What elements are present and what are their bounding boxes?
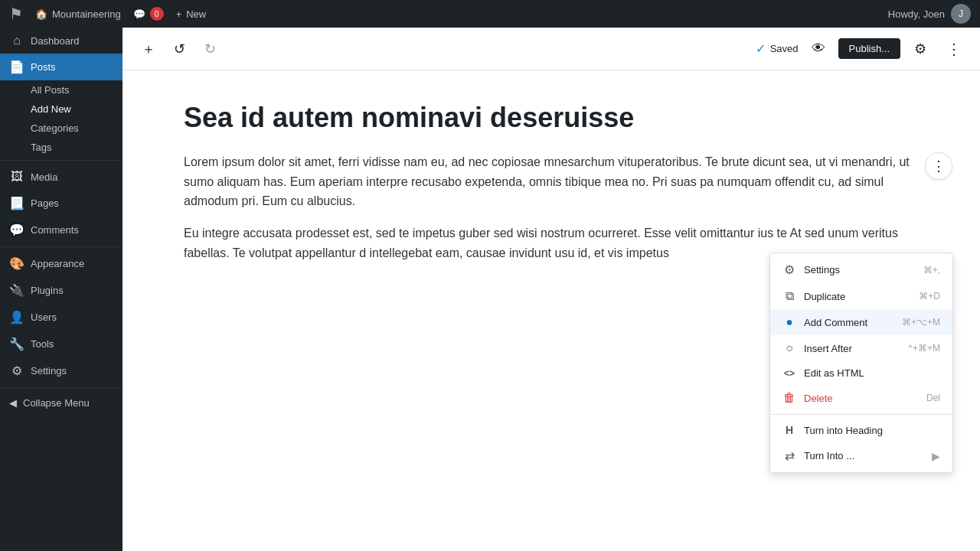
site-name: Mountaineering (52, 8, 121, 20)
duplicate-menu-label: Duplicate (804, 291, 845, 302)
menu-item-edit-html[interactable]: <> Edit as HTML (770, 361, 952, 385)
redo-icon: ↻ (204, 41, 216, 57)
dashboard-icon: ⌂ (9, 34, 24, 47)
undo-icon: ↺ (174, 41, 185, 57)
media-label: Media (31, 171, 57, 183)
sidebar-item-dashboard[interactable]: ⌂ Dashboard (0, 28, 122, 54)
more-options-button[interactable]: ⋮ (940, 35, 968, 63)
view-button[interactable]: 👁 (805, 35, 832, 63)
toolbar-right: ✓ Saved 👁 Publish... ⚙ ⋮ (756, 35, 968, 63)
sidebar-item-users[interactable]: 👤 Users (0, 304, 122, 331)
settings-label: Settings (31, 365, 67, 377)
menu-item-add-comment-left: ● Add Comment (782, 315, 867, 329)
main-layout: ⌂ Dashboard 📄 Posts All Posts Add New Ca… (0, 28, 980, 551)
menu-item-turn-into-heading[interactable]: H Turn into Heading (770, 418, 952, 442)
saved-check-icon: ✓ (756, 41, 766, 56)
add-block-icon: ＋ (142, 40, 155, 58)
sidebar-item-add-new[interactable]: Add New (24, 99, 122, 119)
sidebar-item-tags[interactable]: Tags (24, 138, 122, 157)
collapse-label: Collapse Menu (23, 397, 90, 409)
appearance-icon: 🎨 (9, 256, 24, 271)
comments-icon: 💬 (9, 223, 24, 237)
more-icon: ⋮ (946, 40, 962, 58)
posts-icon: 📄 (9, 60, 24, 74)
home-icon: 🏠 (35, 8, 47, 20)
menu-item-settings[interactable]: ⚙ Settings ⌘+, (770, 256, 952, 283)
pages-icon: 📃 (9, 196, 24, 210)
sidebar-item-all-posts[interactable]: All Posts (24, 80, 122, 99)
turn-into-menu-icon: ⇄ (782, 448, 796, 463)
howdy-text: Howdy, Joen J (888, 4, 971, 24)
comment-icon: 💬 (133, 8, 145, 20)
block-options-button[interactable]: ⋮ (925, 152, 952, 180)
add-new-label: Add New (31, 103, 71, 115)
users-label: Users (31, 311, 57, 323)
menu-item-duplicate-left: ⧉ Duplicate (782, 289, 845, 303)
toolbar-left: ＋ ↺ ↻ (135, 35, 224, 63)
publish-button[interactable]: Publish... (838, 38, 900, 59)
sidebar-item-categories[interactable]: Categories (24, 119, 122, 138)
posts-label: Posts (31, 61, 56, 73)
add-comment-menu-icon: ● (782, 315, 796, 329)
plugins-icon: 🔌 (9, 283, 24, 298)
collapse-menu-button[interactable]: ◀ Collapse Menu (0, 391, 122, 415)
menu-item-duplicate[interactable]: ⧉ Duplicate ⌘+D (770, 283, 952, 309)
menu-divider (770, 414, 952, 415)
editor-toolbar: ＋ ↺ ↻ ✓ Saved 👁 Publish... (122, 28, 980, 70)
site-name-link[interactable]: 🏠 Mountaineering (35, 8, 121, 20)
menu-item-turn-into[interactable]: ⇄ Turn Into ... ▶ (770, 442, 952, 469)
dashboard-label: Dashboard (31, 35, 80, 47)
menu-item-add-comment[interactable]: ● Add Comment ⌘+⌥+M (770, 309, 952, 335)
tags-label: Tags (31, 142, 51, 153)
add-block-button[interactable]: ＋ (135, 35, 162, 63)
post-title[interactable]: Sea id autem nominavi deseruisse (184, 101, 919, 134)
sidebar-divider-3 (0, 387, 122, 388)
menu-item-insert-after[interactable]: ○ Insert After ^+⌘+M (770, 335, 952, 361)
sidebar-item-media[interactable]: 🖼 Media (0, 164, 122, 190)
heading-menu-icon: H (782, 424, 796, 436)
collapse-icon: ◀ (9, 397, 17, 409)
add-comment-shortcut: ⌘+⌥+M (902, 317, 940, 328)
menu-item-turn-into-heading-left: H Turn into Heading (782, 424, 883, 436)
undo-button[interactable]: ↺ (165, 35, 193, 63)
admin-bar-left: ⚑ 🏠 Mountaineering 💬 0 + New (9, 5, 876, 23)
paragraph-text-1[interactable]: Lorem ipsum dolor sit amet, ferri vidiss… (184, 152, 919, 211)
sidebar-item-settings[interactable]: ⚙ Settings (0, 357, 122, 384)
turn-into-heading-label: Turn into Heading (804, 425, 883, 436)
menu-item-settings-left: ⚙ Settings (782, 262, 840, 277)
users-icon: 👤 (9, 310, 24, 324)
editor-area: ＋ ↺ ↻ ✓ Saved 👁 Publish... (122, 28, 980, 551)
redo-button[interactable]: ↻ (196, 35, 224, 63)
sidebar-item-tools[interactable]: 🔧 Tools (0, 331, 122, 357)
sidebar-item-appearance[interactable]: 🎨 Appearance (0, 250, 122, 277)
wp-logo-icon[interactable]: ⚑ (9, 5, 23, 23)
sidebar-divider-1 (0, 160, 122, 161)
eye-icon: 👁 (812, 41, 825, 57)
sidebar-item-comments[interactable]: 💬 Comments (0, 217, 122, 243)
sidebar: ⌂ Dashboard 📄 Posts All Posts Add New Ca… (0, 28, 122, 551)
user-avatar[interactable]: J (951, 4, 971, 24)
media-icon: 🖼 (9, 170, 24, 184)
sidebar-item-pages[interactable]: 📃 Pages (0, 190, 122, 217)
settings-button[interactable]: ⚙ (906, 35, 934, 63)
sidebar-item-plugins[interactable]: 🔌 Plugins (0, 277, 122, 304)
sidebar-divider-2 (0, 246, 122, 247)
plus-icon: + (176, 8, 182, 20)
new-label: New (186, 8, 206, 20)
new-item-link[interactable]: + New (176, 8, 207, 20)
menu-item-turn-into-left: ⇄ Turn Into ... (782, 448, 854, 463)
settings-menu-icon: ⚙ (782, 262, 796, 277)
menu-item-insert-after-left: ○ Insert After (782, 341, 852, 355)
duplicate-menu-icon: ⧉ (782, 289, 796, 303)
tools-icon: 🔧 (9, 337, 24, 351)
delete-menu-icon: 🗑 (782, 391, 796, 405)
comments-label: Comments (31, 224, 79, 236)
menu-item-delete[interactable]: 🗑 Delete Del (770, 385, 952, 411)
admin-bar-right: Howdy, Joen J (888, 4, 971, 24)
sidebar-item-posts[interactable]: 📄 Posts (0, 54, 122, 80)
comments-link[interactable]: 💬 0 (133, 7, 164, 21)
posts-submenu: All Posts Add New Categories Tags (0, 80, 122, 157)
menu-item-delete-left: 🗑 Delete (782, 391, 833, 405)
edit-html-menu-label: Edit as HTML (804, 367, 864, 379)
delete-menu-label: Delete (804, 393, 833, 404)
